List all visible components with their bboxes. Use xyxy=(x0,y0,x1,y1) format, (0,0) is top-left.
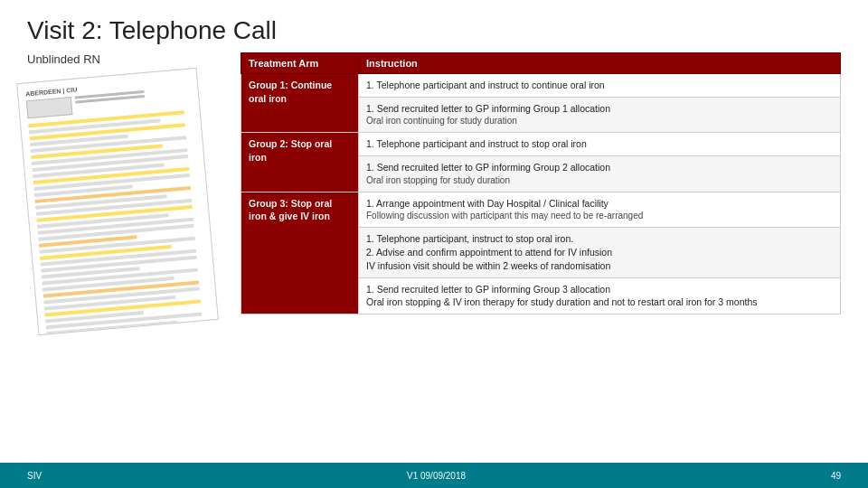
instruction-table: Treatment Arm Instruction Group 1: Conti… xyxy=(241,52,841,314)
document-image: ABERDEEN | CIU xyxy=(16,68,219,335)
footer-right: 49 xyxy=(831,471,841,481)
left-panel: Unblinded RN ABERDEEN | CIU xyxy=(27,52,226,328)
group-3-instruction-3: 1. Send recruited letter to GP informing… xyxy=(359,277,841,314)
group-2-cell: Group 2: Stop oral iron xyxy=(241,133,359,192)
title-area: Visit 2: Telephone Call xyxy=(0,0,868,52)
table-row: Group 3: Stop oral iron & give IV iron 1… xyxy=(241,192,841,228)
group-2-instruction-1: 1. Telephone participant and instruct to… xyxy=(359,133,841,156)
table-row: Group 1: Continue oral iron 1. Telephone… xyxy=(241,74,841,98)
group-1-cell: Group 1: Continue oral iron xyxy=(241,74,359,133)
table-row: Group 2: Stop oral iron 1. Telephone par… xyxy=(241,133,841,156)
footer-bar: SIV V1 09/09/2018 49 xyxy=(0,463,868,488)
group-1-instruction-2: 1. Send recruited letter to GP informing… xyxy=(359,97,841,133)
group-1-instruction-1: 1. Telephone participant and instruct to… xyxy=(359,74,841,98)
table-area: Treatment Arm Instruction Group 1: Conti… xyxy=(241,52,841,328)
group-3-instruction-1: 1. Arrange appointment with Day Hospital… xyxy=(359,192,841,228)
footer-left: SIV xyxy=(27,471,42,481)
table-header-treatment-arm: Treatment Arm xyxy=(241,53,359,74)
group-3-cell: Group 3: Stop oral iron & give IV iron xyxy=(241,192,359,314)
unblinded-rn-label: Unblinded RN xyxy=(27,52,226,66)
page-title: Visit 2: Telephone Call xyxy=(27,16,841,45)
group-2-instruction-2: 1. Send recruited letter to GP informing… xyxy=(359,156,841,192)
table-header-instruction: Instruction xyxy=(359,53,841,74)
main-content: Unblinded RN ABERDEEN | CIU xyxy=(0,52,868,328)
footer-center: V1 09/09/2018 xyxy=(407,471,466,481)
group-3-instruction-2: 1. Telephone participant, instruct to st… xyxy=(359,228,841,277)
